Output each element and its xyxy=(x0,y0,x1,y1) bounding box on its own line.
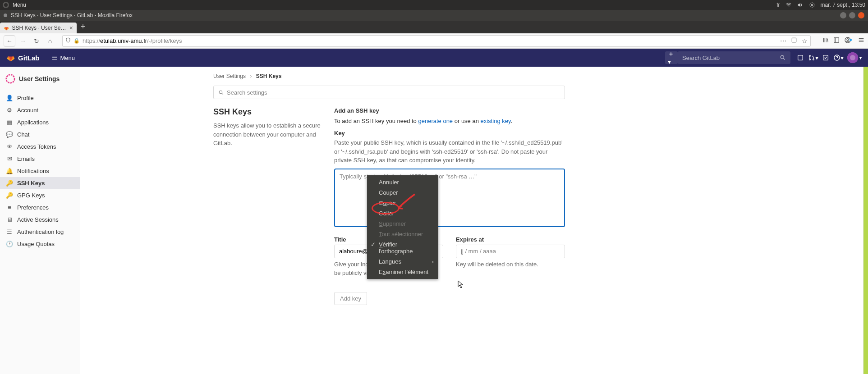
svg-point-15 xyxy=(219,91,222,94)
sidebar-item-label: Chat xyxy=(17,131,29,138)
search-settings-input[interactable] xyxy=(227,89,560,96)
volume-icon[interactable] xyxy=(797,2,804,8)
window-close-button[interactable] xyxy=(858,12,864,18)
account-icon[interactable] xyxy=(844,36,854,45)
ubuntu-menu-label[interactable]: Menu xyxy=(13,2,26,8)
sidebar-item-emails[interactable]: ✉Emails xyxy=(0,153,80,165)
expires-input[interactable] xyxy=(456,245,565,258)
context-menu-undo[interactable]: Annuler xyxy=(367,177,438,187)
sidebar-item-label: Access Tokens xyxy=(17,143,56,150)
language-indicator[interactable]: fr xyxy=(776,2,780,8)
svg-point-14 xyxy=(6,75,14,83)
sidebar-item-preferences[interactable]: ≡Preferences xyxy=(0,201,80,214)
sidebar-item-label: Notifications xyxy=(17,168,49,174)
lock-icon[interactable]: 🔒 xyxy=(73,38,80,44)
ubuntu-logo-icon[interactable] xyxy=(3,2,9,8)
svg-point-7 xyxy=(809,55,810,57)
sidebar-item-label: Preferences xyxy=(17,204,49,211)
context-menu-inspect[interactable]: Examiner l'élément xyxy=(367,267,438,277)
sidebar-item-usage-quotas[interactable]: 🕐Usage Quotas xyxy=(0,238,80,250)
new-tab-button[interactable]: + xyxy=(77,22,89,32)
svg-rect-10 xyxy=(823,55,828,60)
settings-gear-icon[interactable] xyxy=(809,2,815,8)
date-indicator[interactable]: mar. 7 sept., 13:50 xyxy=(821,2,865,8)
url-more-icon[interactable]: ⋯ xyxy=(780,37,786,45)
gitlab-logo-icon xyxy=(6,53,15,62)
new-dropdown-button[interactable]: ＋ ▾ xyxy=(665,51,678,64)
svg-rect-1 xyxy=(792,38,796,42)
wifi-icon[interactable] xyxy=(785,2,792,8)
gitlab-menu-button[interactable]: Menu xyxy=(48,53,79,63)
back-button[interactable]: ← xyxy=(4,35,15,47)
sidebar-item-label: SSH Keys xyxy=(17,180,45,187)
key-icon: 🔑 xyxy=(6,192,13,199)
browser-tab-active[interactable]: SSH Keys · User Settings × xyxy=(0,23,77,33)
gitlab-logo[interactable]: GitLab xyxy=(6,53,40,62)
context-menu-languages[interactable]: Langues xyxy=(367,256,438,267)
svg-point-9 xyxy=(813,59,814,60)
gear-icon: ⚙ xyxy=(6,107,13,114)
window-minimize-button[interactable] xyxy=(840,12,846,18)
browser-tab-strip: SSH Keys · User Settings × + xyxy=(0,21,868,33)
settings-sidebar: User Settings 👤Profile ⚙Account ▦Applica… xyxy=(0,67,80,374)
user-avatar-button[interactable]: ▾ xyxy=(845,52,862,63)
gitlab-search[interactable] xyxy=(678,51,790,64)
person-icon: 👤 xyxy=(6,95,13,101)
context-menu-cut[interactable]: Couper xyxy=(367,187,438,198)
sidebar-item-label: Profile xyxy=(17,95,34,101)
sidebar-item-chat[interactable]: 💬Chat xyxy=(0,128,80,141)
sidebar-item-label: Authentication log xyxy=(17,228,64,235)
help-icon[interactable]: ▾ xyxy=(832,51,845,64)
window-maximize-button[interactable] xyxy=(849,12,855,18)
add-key-button[interactable]: Add key xyxy=(334,292,367,305)
library-icon[interactable] xyxy=(822,37,829,45)
sidebar-item-profile[interactable]: 👤Profile xyxy=(0,92,80,104)
add-ssh-help: To add an SSH key you need to generate o… xyxy=(334,118,565,124)
gitlab-search-input[interactable] xyxy=(682,55,780,61)
search-settings[interactable] xyxy=(213,86,565,99)
generate-one-link[interactable]: generate one xyxy=(418,118,453,124)
context-menu-copy[interactable]: Copier xyxy=(367,198,438,208)
merge-requests-icon[interactable]: ▾ xyxy=(807,51,819,64)
sidebar-toggle-icon[interactable] xyxy=(833,37,840,45)
bookmark-star-icon[interactable]: ☆ xyxy=(802,37,808,45)
tab-close-button[interactable]: × xyxy=(69,24,73,32)
key-icon: 🔑 xyxy=(6,180,13,187)
svg-point-4 xyxy=(847,39,849,41)
sidebar-item-label: Applications xyxy=(17,119,49,126)
ubuntu-top-bar: Menu fr mar. 7 sept., 13:50 xyxy=(0,0,868,10)
breadcrumb: User Settings › SSH Keys xyxy=(213,73,850,79)
reload-button[interactable]: ↻ xyxy=(31,35,42,47)
sidebar-item-account[interactable]: ⚙Account xyxy=(0,104,80,116)
svg-rect-2 xyxy=(834,38,839,43)
sidebar-item-access-tokens[interactable]: 👁Access Tokens xyxy=(0,141,80,153)
reader-icon[interactable] xyxy=(791,37,797,45)
issues-icon[interactable] xyxy=(794,51,807,64)
svg-rect-6 xyxy=(798,55,803,60)
page-scrollbar[interactable] xyxy=(863,67,868,374)
context-menu-spellcheck[interactable]: ✓Vérifier l'orthographe xyxy=(367,239,438,256)
forward-button: → xyxy=(17,35,29,47)
url-text: https://etulab.univ-amu.fr/-/profile/key… xyxy=(83,37,182,44)
sidebar-item-ssh-keys[interactable]: 🔑SSH Keys xyxy=(0,177,80,189)
key-help-text: Paste your public SSH key, which is usua… xyxy=(334,138,565,165)
context-menu: Annuler Couper Copier Coller Supprimer T… xyxy=(367,175,438,279)
existing-key-link[interactable]: existing key xyxy=(481,118,511,124)
context-menu-paste[interactable]: Coller xyxy=(367,208,438,219)
gitlab-top-nav: GitLab Menu ＋ ▾ ▾ ▾ ▾ xyxy=(0,49,868,67)
sidebar-item-applications[interactable]: ▦Applications xyxy=(0,116,80,128)
menu-hamburger-icon[interactable] xyxy=(858,37,864,45)
sidebar-item-notifications[interactable]: 🔔Notifications xyxy=(0,165,80,177)
list-icon: ☰ xyxy=(6,229,13,235)
breadcrumb-root[interactable]: User Settings xyxy=(213,73,246,79)
sidebar-item-gpg-keys[interactable]: 🔑GPG Keys xyxy=(0,189,80,201)
sidebar-item-label: Active Sessions xyxy=(17,216,59,223)
home-button[interactable]: ⌂ xyxy=(44,35,56,47)
avatar-icon xyxy=(847,52,858,63)
session-icon: 🖥 xyxy=(6,217,13,223)
sidebar-item-active-sessions[interactable]: 🖥Active Sessions xyxy=(0,214,80,226)
shield-icon[interactable] xyxy=(65,37,71,44)
url-bar[interactable]: 🔒 https://etulab.univ-amu.fr/-/profile/k… xyxy=(62,35,811,47)
todos-icon[interactable] xyxy=(819,51,832,64)
sidebar-item-auth-log[interactable]: ☰Authentication log xyxy=(0,226,80,238)
